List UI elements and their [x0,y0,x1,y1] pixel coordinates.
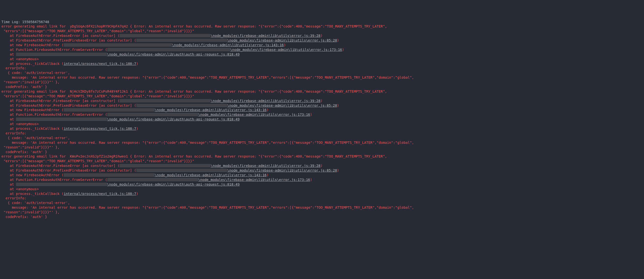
error-header-line2: "errors":[{"message":"TOO_MANY_ATTEMPTS_… [2,94,194,98]
source-link[interactable]: \node_modules\firebase-admin\lib\utils\e… [230,48,342,52]
source-link[interactable]: \node_modules\firebase-admin\lib\auth\au… [107,182,240,186]
stack-frame-tail: ) [266,108,268,112]
error-info-label: errorInfo: [2,66,26,70]
error-header-tail: { Error: An internal error has occurred.… [128,154,387,158]
source-link[interactable]: \node_modules\firebase-admin\lib\utils\e… [227,104,337,108]
error-info-code: { code: 'auth/internal-error', [2,136,70,140]
source-link[interactable]: \node_modules\firebase-admin\lib\utils\e… [227,38,337,42]
redacted-path [16,118,107,121]
stack-frame-prefix: at FirebaseAuthError.FirebaseError [as c… [2,164,120,168]
source-link[interactable]: \node_modules\firebase-admin\lib\auth\au… [107,52,240,56]
stack-frame-tail: ) [136,126,138,130]
stack-frame-prefix: at process._tickCallback ( [2,62,64,66]
error-header-tail: { Error: An internal error has occurred.… [128,90,387,94]
stack-frame-tail: ) [342,48,344,52]
stack-frame-tail: ) [320,34,322,38]
error-info-code: { code: 'auth/internal-error', [2,201,70,205]
source-link[interactable]: \node_modules\firebase-admin\lib\auth\au… [107,117,240,121]
stack-frame-prefix: at new FirebaseAuthError ( [2,173,64,177]
stack-frame-tail: ) [310,178,312,182]
source-link[interactable]: \node_modules\firebase-admin\lib\utils\e… [210,164,320,168]
stack-frame-prefix: at FirebaseAuthError.PrefixedFirebaseErr… [2,168,136,172]
error-header-line2: "errors":[{"message":"TOO_MANY_ATTEMPTS_… [2,159,194,163]
source-link[interactable]: \node_modules\firebase-admin\lib\utils\e… [210,99,320,103]
error-header: error generating email link for [2,154,70,158]
stack-frame-tail: ) [320,164,322,168]
stack-frame-prefix: at [2,182,16,186]
error-info-message2: "reason":"invalid"}]}}"' }, [2,145,60,149]
stack-frame-tail: ) [320,99,322,103]
error-info-message: message: 'An internal error has occurred… [2,206,414,210]
source-link[interactable]: internal/process/next_tick.js:188:7 [64,62,136,66]
stack-frame-prefix: at new FirebaseAuthError ( [2,43,64,47]
error-info-prefix: codePrefix: 'auth' } [2,85,47,89]
source-link[interactable]: \node_modules\firebase-admin\lib\utils\e… [210,34,320,38]
stack-frame-tail: ) [136,62,138,66]
error-info-message2: "reason":"invalid"}]}}"' }, [2,210,60,214]
console-output: Time Log: 1550564756748 error generating… [2,20,642,219]
stack-frame-prefix: at [2,52,16,56]
stack-frame-tail: ) [310,112,312,116]
source-link[interactable]: internal/process/next_tick.js:188:7 [64,126,136,130]
stack-frame-prefix: at process._tickCallback ( [2,192,64,196]
redacted-path [136,38,227,42]
redacted-path [107,178,198,182]
error-header-tail: { Error: An internal error has occurred.… [128,24,387,28]
redacted-path [120,164,210,168]
stack-frame-tail: ) [284,43,286,47]
stack-frame-prefix: at new FirebaseAuthError ( [2,108,64,112]
error-user-id: yDgSUqAc6FX2ihopRY9CHpFA7q42 [70,24,128,28]
stack-frame-tail: ) [266,173,268,177]
time-log-label: Time Log: [2,20,22,24]
stack-frame-prefix: at FirebaseAuthError.PrefixedFirebaseErr… [2,38,136,42]
redacted-path [107,113,198,116]
error-info-prefix: codePrefix: 'auth' } [2,150,47,154]
redacted-path [64,43,172,47]
error-info-label: errorInfo: [2,131,26,135]
stack-frame-prefix: at Function.FirebaseAuthError.fromServer… [2,48,107,52]
redacted-path [136,104,227,107]
error-user-id: NjHcVZKDy8fs7zCsPsR48Y4F1Jk1 [70,90,128,94]
redacted-path [107,48,230,52]
redacted-path [16,183,107,186]
error-header: error generating email link for [2,24,70,28]
stack-frame-prefix: at FirebaseAuthError.FirebaseError [as c… [2,34,120,38]
redacted-path [136,169,227,172]
error-info-message2: "reason":"invalid"}]}}"' }, [2,80,60,84]
redacted-path [120,34,210,37]
source-link[interactable]: \node_modules\firebase-admin\lib\utils\e… [198,112,310,116]
error-info-prefix: codePrefix: 'auth' } [2,215,47,219]
stack-frame-tail: ) [337,168,339,172]
stack-frame-prefix: at [2,117,16,121]
stack-frame-prefix: at Function.FirebaseAuthError.fromServer… [2,112,107,116]
source-link[interactable]: \node_modules\firebase-admin\lib\utils\e… [227,168,337,172]
stack-frame-prefix: at FirebaseAuthError.FirebaseError [as c… [2,99,120,103]
stack-frame-prefix: at process._tickCallback ( [2,126,64,130]
error-info-label: errorInfo: [2,196,26,200]
stack-frame-prefix: at <anonymous> [2,122,39,126]
redacted-path [16,52,107,56]
redacted-path [64,173,155,177]
redacted-path [120,99,210,102]
error-user-id: KWoPv2ecJnXGJpTZ1o2mgR1hweo1 [70,154,128,158]
error-info-code: { code: 'auth/internal-error', [2,71,70,75]
redacted-path [64,108,155,112]
source-link[interactable]: \node_modules\firebase-admin\lib\utils\e… [172,43,284,47]
time-log-value: 1550564756748 [22,20,49,24]
error-info-message: message: 'An internal error has occurred… [2,140,414,144]
source-link[interactable]: internal/process/next_tick.js:188:7 [64,192,136,196]
stack-frame-tail: ) [337,104,339,108]
source-link[interactable]: \node_modules\firebase-admin\lib\utils\e… [155,173,266,177]
stack-frame-tail: ) [337,38,339,42]
source-link[interactable]: \node_modules\firebase-admin\lib\utils\e… [198,178,310,182]
stack-frame-prefix: at <anonymous> [2,57,39,61]
stack-frame-tail: ) [136,192,138,196]
stack-frame-prefix: at <anonymous> [2,187,39,191]
stack-frame-prefix: at FirebaseAuthError.PrefixedFirebaseErr… [2,104,136,108]
error-info-message: message: 'An internal error has occurred… [2,76,414,80]
error-header-line2: "errors":[{"message":"TOO_MANY_ATTEMPTS_… [2,29,194,33]
error-header: error generating email link for [2,90,70,94]
source-link[interactable]: \node_modules\firebase-admin\lib\utils\e… [155,108,266,112]
stack-frame-prefix: at Function.FirebaseAuthError.fromServer… [2,178,107,182]
